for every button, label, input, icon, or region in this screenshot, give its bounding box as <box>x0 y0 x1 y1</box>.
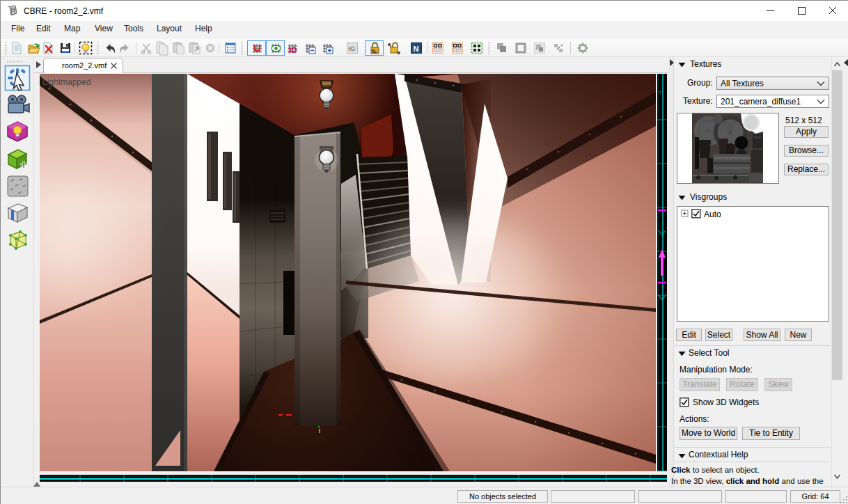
svg-text:3D: 3D <box>288 47 297 54</box>
svg-text:N: N <box>413 45 418 53</box>
svg-text:tL: tL <box>372 48 377 54</box>
svg-text:T: T <box>659 90 662 96</box>
svg-text:IG: IG <box>348 45 355 52</box>
svg-text:Lightmapped: Lightmapped <box>42 77 91 87</box>
